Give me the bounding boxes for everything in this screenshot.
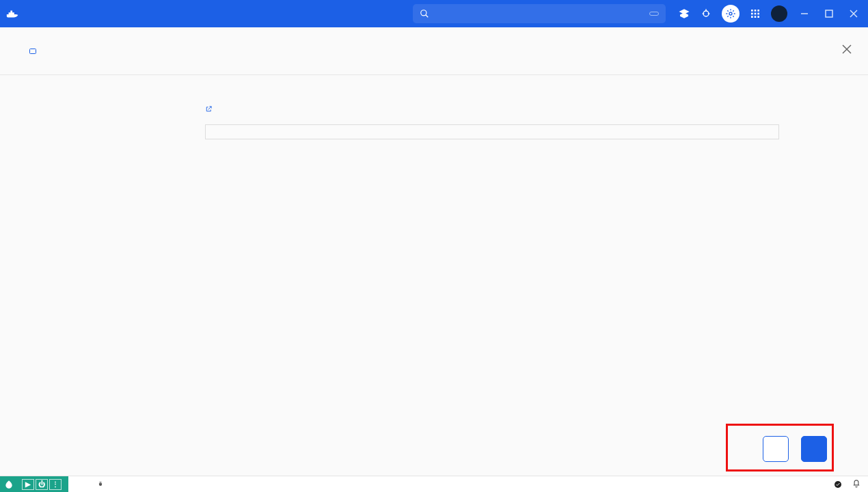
notifications-bell-icon[interactable] xyxy=(852,478,861,490)
give-feedback-link[interactable] xyxy=(26,47,37,55)
apps-grid-icon[interactable] xyxy=(749,8,761,20)
signed-in-status xyxy=(97,480,107,489)
svg-line-1 xyxy=(426,15,429,18)
minimize-button[interactable] xyxy=(800,9,809,18)
json-editor[interactable] xyxy=(205,124,779,139)
update-status[interactable] xyxy=(834,480,845,489)
cancel-button[interactable] xyxy=(763,436,789,462)
search-shortcut xyxy=(649,12,659,16)
status-bar: ▶ ⏻ ⋮ xyxy=(0,476,868,492)
settings-sidebar xyxy=(0,75,205,476)
engine-description xyxy=(205,104,841,115)
svg-rect-7 xyxy=(751,10,753,12)
configuration-file-link[interactable] xyxy=(205,104,213,115)
settings-actions xyxy=(763,436,827,462)
close-settings-button[interactable] xyxy=(841,43,853,59)
close-window-button[interactable] xyxy=(849,9,858,18)
settings-icon[interactable] xyxy=(722,5,740,23)
svg-rect-17 xyxy=(826,10,832,17)
play-icon[interactable]: ▶ xyxy=(22,479,34,490)
feedback-icon xyxy=(29,47,37,55)
svg-rect-8 xyxy=(755,10,757,12)
resource-saver-badge[interactable]: ▶ ⏻ ⋮ xyxy=(0,476,68,493)
settings-body xyxy=(0,75,868,476)
search-icon xyxy=(420,9,429,18)
maximize-button[interactable] xyxy=(824,9,834,18)
svg-rect-10 xyxy=(751,13,753,15)
svg-rect-12 xyxy=(757,13,759,15)
settings-content xyxy=(205,75,868,476)
close-icon xyxy=(841,43,853,55)
svg-point-6 xyxy=(729,12,732,15)
global-search[interactable] xyxy=(413,4,666,23)
svg-rect-13 xyxy=(751,16,753,18)
svg-rect-15 xyxy=(757,16,759,18)
check-circle-icon xyxy=(834,480,842,489)
saver-controls: ▶ ⏻ ⋮ xyxy=(22,479,62,490)
bug-icon[interactable] xyxy=(700,8,712,20)
external-link-icon xyxy=(205,105,213,113)
docker-whale-icon xyxy=(5,8,21,20)
avatar[interactable] xyxy=(771,5,787,22)
learn-icon[interactable] xyxy=(678,8,690,20)
window-controls xyxy=(800,9,858,18)
svg-rect-20 xyxy=(30,49,36,53)
titlebar-icons xyxy=(678,5,787,23)
power-icon[interactable]: ⏻ xyxy=(36,479,48,490)
search-input[interactable] xyxy=(429,9,645,19)
page-header xyxy=(0,27,868,75)
svg-rect-11 xyxy=(755,13,757,15)
app-logo xyxy=(5,8,25,20)
apply-restart-button[interactable] xyxy=(801,436,827,462)
svg-point-0 xyxy=(421,10,426,16)
svg-rect-14 xyxy=(755,16,757,18)
footer-right xyxy=(834,478,868,490)
plug-icon xyxy=(97,480,104,489)
titlebar xyxy=(0,0,868,27)
more-icon[interactable]: ⋮ xyxy=(49,479,62,490)
svg-rect-9 xyxy=(757,10,759,12)
leaf-icon xyxy=(4,480,14,489)
